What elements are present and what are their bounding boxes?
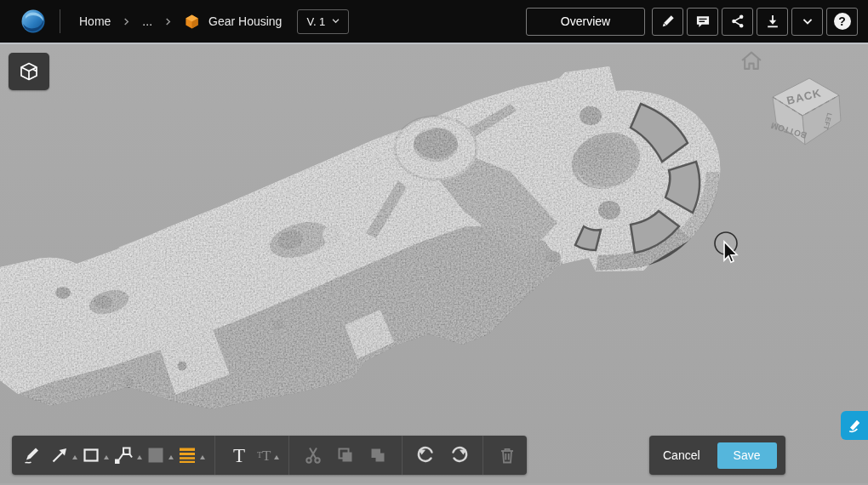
fill-color-tool-button[interactable]: [146, 445, 174, 465]
undo-icon: [416, 445, 437, 465]
toolbar-separator: [288, 436, 289, 475]
version-label: V. 1: [306, 15, 325, 28]
pencil-icon: [21, 445, 42, 465]
markup-toolbar: T T T: [12, 436, 527, 475]
home-view-button[interactable]: [740, 50, 763, 71]
download-icon: [764, 13, 781, 30]
topbar-actions: Overview: [526, 8, 858, 36]
polyline-icon: [112, 445, 134, 465]
delete-markup-button[interactable]: [492, 440, 523, 471]
line-weight-tool-button[interactable]: [177, 445, 205, 465]
breadcrumb-file-name: Gear Housing: [208, 14, 282, 28]
trash-icon: [497, 445, 517, 465]
edit-markup-button[interactable]: [652, 8, 683, 36]
mouse-cursor: [715, 232, 737, 262]
help-icon: ?: [834, 13, 851, 30]
text-size-tool-button[interactable]: T T: [257, 448, 279, 463]
text-tool-icon: T: [233, 446, 245, 465]
breadcrumb: Home ... Gear Housing: [79, 14, 282, 30]
top-bar: Home ... Gear Housing V. 1 Overview: [0, 0, 868, 44]
toolbar-separator: [402, 436, 403, 475]
text-tool-button[interactable]: T: [224, 440, 254, 471]
cancel-button[interactable]: Cancel: [658, 448, 705, 462]
chevron-down-icon: [332, 19, 340, 24]
arrow-icon: [49, 445, 70, 465]
markup-actions-panel: Cancel Save: [649, 436, 785, 475]
markup-flyout-handle[interactable]: [841, 411, 868, 440]
scissors-icon: [303, 445, 323, 465]
version-dropdown[interactable]: V. 1: [297, 9, 349, 34]
app-logo-icon[interactable]: [19, 7, 48, 36]
breadcrumb-home-link[interactable]: Home: [79, 14, 111, 28]
comment-button[interactable]: [687, 8, 718, 36]
redo-icon: [448, 445, 469, 465]
paste-icon: [368, 445, 388, 465]
share-button[interactable]: [722, 8, 753, 36]
caret-up-icon: [168, 455, 174, 459]
caret-up-icon: [274, 455, 279, 459]
caret-up-icon: [137, 455, 142, 459]
copy-tool-button[interactable]: [330, 440, 361, 471]
markup-pen-icon: [846, 417, 863, 434]
undo-button[interactable]: [411, 440, 442, 471]
fill-swatch-icon: [146, 445, 166, 465]
arrow-tool-button[interactable]: [49, 445, 77, 465]
caret-up-icon: [200, 455, 205, 459]
view-cube[interactable]: BACK BOTTOM LEFT: [762, 68, 848, 149]
file-cube-icon: [184, 14, 200, 30]
paste-tool-button[interactable]: [363, 440, 393, 471]
save-label: Save: [734, 448, 761, 462]
cut-tool-button[interactable]: [298, 440, 328, 471]
share-icon: [729, 13, 746, 30]
line-weight-icon: [177, 445, 197, 465]
help-glyph: ?: [838, 14, 846, 28]
toolbar-separator: [214, 436, 215, 475]
comment-icon: [694, 13, 711, 30]
pencil-icon: [660, 13, 677, 30]
overview-label: Overview: [561, 14, 610, 28]
copy-icon: [335, 445, 356, 465]
cube-icon: [18, 60, 40, 83]
rectangle-icon: [81, 445, 101, 465]
rectangle-tool-button[interactable]: [81, 445, 109, 465]
model-browser-button[interactable]: [9, 53, 49, 90]
chevron-right-icon: [123, 18, 130, 26]
cancel-label: Cancel: [663, 448, 700, 462]
more-button[interactable]: [791, 8, 823, 36]
toolbar-separator: [483, 436, 483, 475]
text-size-big-glyph: T: [262, 448, 271, 463]
caret-up-icon: [104, 455, 109, 459]
download-button[interactable]: [757, 8, 788, 36]
caret-up-icon: [72, 455, 77, 459]
overview-button[interactable]: Overview: [526, 8, 645, 36]
redo-button[interactable]: [443, 440, 474, 471]
polyline-tool-button[interactable]: [112, 445, 142, 465]
help-button[interactable]: ?: [826, 8, 858, 36]
mesh-noise-texture: [0, 44, 868, 483]
pencil-tool-button[interactable]: [16, 440, 47, 471]
viewer-canvas[interactable]: BACK BOTTOM LEFT: [0, 44, 868, 483]
chevron-right-icon: [164, 18, 172, 26]
breadcrumb-ellipsis[interactable]: ...: [142, 14, 152, 28]
gear-housing-3d-model[interactable]: [0, 44, 868, 483]
topbar-divider: [60, 9, 60, 33]
save-button[interactable]: Save: [717, 442, 777, 469]
chevron-down-icon: [799, 13, 816, 30]
